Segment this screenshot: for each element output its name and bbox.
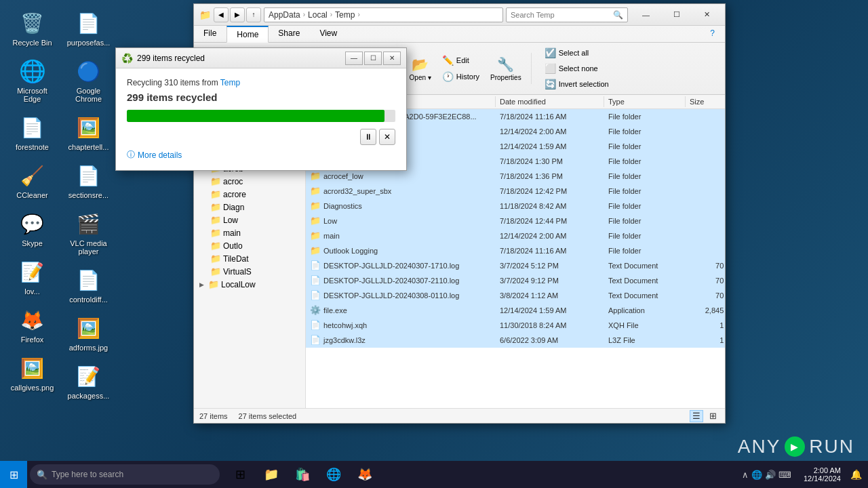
file-cell-type: File folder (604, 113, 686, 121)
table-row[interactable]: 📁 Outlook Logging 7/18/2024 11:16 AM Fil… (306, 243, 725, 258)
clock[interactable]: 2:00 AM 12/14/2024 (800, 466, 845, 483)
invert-selection-button[interactable]: 🔄 Invert selection (540, 77, 614, 92)
icon-skype[interactable]: 💬 Skype (7, 207, 58, 250)
tree-item-acrore[interactable]: 📁 acrore (194, 188, 305, 201)
col-header-type[interactable]: Type (604, 96, 686, 107)
icon-chrome[interactable]: 🔵 Google Chrome (63, 55, 114, 106)
icon-firefox[interactable]: 🦊 Firefox (7, 304, 58, 346)
open-button[interactable]: 📂 Open ▾ (406, 54, 435, 84)
icon-edge[interactable]: 🌐 Microsoft Edge (7, 55, 58, 106)
tree-item-outlo[interactable]: 📁 Outlo (194, 239, 305, 252)
icon-purposefas[interactable]: 📄 purposefas... (63, 7, 114, 49)
tree-item-main[interactable]: 📁 main (194, 226, 305, 239)
folder-icon-main: 📁 (210, 228, 221, 238)
icon-forestnote[interactable]: 📄 forestnote (7, 111, 58, 154)
file-explorer-taskbar-icon: 📁 (264, 467, 279, 482)
edit-button[interactable]: ✏️ Edit (437, 53, 484, 68)
taskbar-search-box[interactable]: 🔍 Type here to search (30, 464, 220, 485)
pause-button[interactable]: ⏸ (360, 129, 376, 145)
file-cell-date: 12/14/2024 2:00 AM (496, 232, 604, 240)
dialog-minimize-button[interactable]: — (345, 52, 363, 65)
clock-time: 2:00 AM (804, 466, 841, 474)
table-row[interactable]: 📄 hetcohwj.xqh 11/30/2018 8:24 AM XQH Fi… (306, 318, 725, 333)
icon-sectionsre[interactable]: 📄 sectionsre... (63, 159, 114, 202)
tab-view[interactable]: View (310, 26, 347, 42)
tree-item-low[interactable]: 📁 Low (194, 214, 305, 226)
select-all-label: Select all (559, 49, 589, 57)
recycle-dialog: ♻️ 299 items recycled — ☐ ✕ Recycling 31… (115, 47, 407, 171)
file-explorer-taskbar-button[interactable]: 📁 (256, 461, 286, 488)
tray-chevron[interactable]: ∧ (742, 470, 749, 480)
search-input[interactable] (511, 11, 610, 19)
forward-button[interactable]: ▶ (230, 7, 245, 22)
back-button[interactable]: ◀ (214, 7, 229, 22)
icon-callgives[interactable]: 🖼️ callgives.png (7, 352, 58, 394)
tree-item-virtuals[interactable]: 📁 VirtualS (194, 265, 305, 278)
tree-item-acroc[interactable]: 📁 acroc (194, 175, 305, 188)
select-none-button[interactable]: ⬜ Select none (540, 61, 614, 76)
col-header-date[interactable]: Date modified (496, 96, 604, 107)
network-icon[interactable]: 🌐 (751, 470, 762, 480)
select-all-button[interactable]: ☑️ Select all (540, 45, 614, 60)
file-cell-size: 1 KB (686, 336, 725, 344)
table-row[interactable]: 📄 jzg3cdkw.l3z 6/6/2022 3:09 AM L3Z File… (306, 333, 725, 348)
more-details-label: More details (138, 150, 182, 160)
history-button[interactable]: 🕐 History (437, 69, 484, 84)
close-button[interactable]: ✕ (692, 4, 722, 26)
table-row[interactable]: 📁 acrocef_low 7/18/2024 1:36 PM File fol… (306, 169, 725, 184)
table-row[interactable]: ⚙️ file.exe 12/14/2024 1:59 AM Applicati… (306, 303, 725, 318)
file-cell-name: 📄 DESKTOP-JGLLJLD-20240307-1710.log (306, 260, 496, 270)
icon-controldiff[interactable]: 📄 controldiff... (63, 264, 114, 306)
address-bar[interactable]: AppData › Local › Temp › (264, 7, 503, 22)
search-box[interactable]: 🔍 (506, 7, 628, 22)
file-cell-name: 📁 Low (306, 216, 496, 226)
more-details-toggle[interactable]: ⓘ More details (127, 149, 395, 161)
file-name: Low (323, 217, 337, 225)
table-row[interactable]: 📁 acrord32_super_sbx 7/18/2024 12:42 PM … (306, 184, 725, 199)
dialog-from-link[interactable]: Temp (220, 78, 240, 87)
tree-item-tiledat[interactable]: 📁 TileDat (194, 252, 305, 265)
icon-love[interactable]: 📝 lov... (7, 256, 58, 298)
dialog-maximize-button[interactable]: ☐ (364, 52, 382, 65)
table-row[interactable]: 📄 DESKTOP-JGLLJLD-20240308-0110.log 3/8/… (306, 288, 725, 303)
start-button[interactable]: ⊞ (0, 461, 27, 488)
file-cell-size: 70 KB (686, 262, 725, 270)
tree-item-diagn[interactable]: 📁 Diagn (194, 201, 305, 214)
icon-recycle-bin[interactable]: 🗑️ Recycle Bin (7, 7, 58, 49)
firefox-taskbar-button[interactable]: 🦊 (350, 461, 380, 488)
minimize-button[interactable]: — (631, 4, 661, 26)
invert-label: Invert selection (559, 80, 609, 88)
keyboard-icon[interactable]: ⌨ (778, 470, 791, 480)
maximize-button[interactable]: ☐ (661, 4, 692, 26)
file-cell-name: 📄 DESKTOP-JGLLJLD-20240308-0110.log (306, 290, 496, 300)
tree-item-locallow[interactable]: ▶ 📁 LocalLow (194, 278, 305, 291)
stop-button[interactable]: ✕ (379, 129, 395, 145)
icon-chaptertell[interactable]: 🖼️ chaptertell... (63, 111, 114, 154)
notification-button[interactable]: 🔔 (848, 469, 865, 480)
task-view-button[interactable]: ⊞ (225, 461, 255, 488)
icon-packagess[interactable]: 📝 packagess... (63, 360, 114, 403)
edge-taskbar-button[interactable]: 🌐 (319, 461, 349, 488)
tab-file[interactable]: File (194, 26, 226, 42)
table-row[interactable]: 📄 DESKTOP-JGLLJLD-20240307-2110.log 3/7/… (306, 273, 725, 288)
tab-share[interactable]: Share (269, 26, 310, 42)
love-label: lov... (24, 287, 39, 296)
table-row[interactable]: 📁 main 12/14/2024 2:00 AM File folder (306, 228, 725, 243)
edit-label: Edit (456, 56, 469, 64)
tab-home[interactable]: Home (226, 26, 269, 43)
details-view-button[interactable]: ☰ (690, 410, 703, 422)
large-icons-view-button[interactable]: ⊞ (706, 410, 719, 422)
icon-adforms[interactable]: 🖼️ adforms.jpg (63, 312, 114, 354)
table-row[interactable]: 📁 Diagnostics 11/18/2024 8:42 AM File fo… (306, 199, 725, 214)
icon-ccleaner[interactable]: 🧹 CCleaner (7, 159, 58, 202)
properties-button[interactable]: 🔧 Properties (486, 54, 526, 84)
help-button[interactable]: ? (701, 26, 725, 42)
col-header-size[interactable]: Size (686, 96, 725, 107)
table-row[interactable]: 📁 Low 7/18/2024 12:44 PM File folder (306, 214, 725, 228)
store-taskbar-button[interactable]: 🛍️ (288, 461, 317, 488)
up-button[interactable]: ↑ (246, 7, 261, 22)
volume-icon[interactable]: 🔊 (765, 470, 776, 480)
table-row[interactable]: 📄 DESKTOP-JGLLJLD-20240307-1710.log 3/7/… (306, 258, 725, 273)
dialog-close-button[interactable]: ✕ (383, 52, 401, 65)
icon-vlc[interactable]: 🎬 VLC media player (63, 207, 114, 258)
